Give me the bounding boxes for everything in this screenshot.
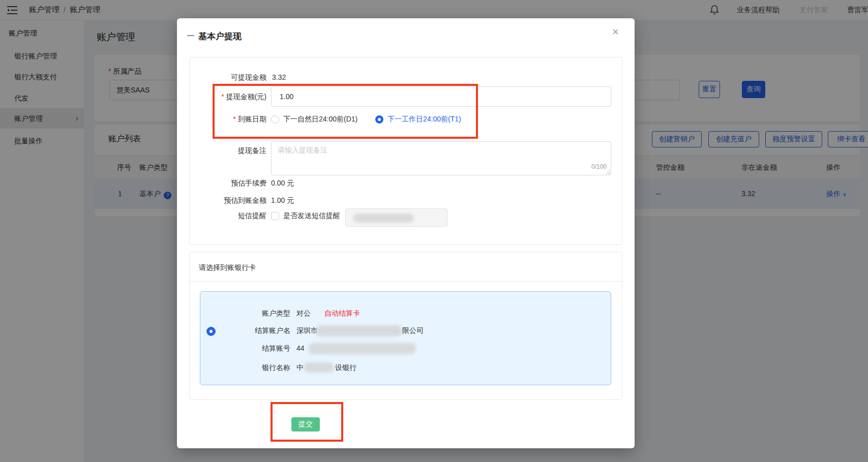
settlement-name-suffix: 限公司 [402, 326, 424, 335]
radio-d1-label[interactable]: 下一自然日24:00前(D1) [283, 115, 357, 124]
modal-title: 基本户提现 [198, 30, 242, 42]
estimated-arrival-label: 预估到账金额 [177, 196, 266, 205]
settlement-name-prefix: 深圳市 [296, 326, 318, 335]
redacted-name-blob [316, 325, 402, 336]
close-icon[interactable]: × [612, 26, 619, 38]
remark-label: 提现备注 [177, 146, 266, 156]
arrival-date-label: *到账日期 [177, 115, 266, 124]
fee-value: 0.00 元 [271, 179, 294, 188]
bank-card-option[interactable]: 账户类型 对公 自动结算卡 结算账户名 深圳市 限公司 结算账号 44 银行名称… [200, 291, 611, 385]
sms-checkbox-label[interactable]: 是否发送短信提醒 [283, 211, 340, 221]
redacted-bank-blob [304, 362, 334, 373]
available-amount-value: 3.32 [272, 73, 286, 81]
fee-label: 预估手续费 [177, 179, 266, 188]
required-mark: * [221, 93, 224, 101]
remark-counter: 0/100 [576, 163, 607, 170]
settlement-number-prefix: 44 [296, 344, 305, 352]
account-type-label: 账户类型 [200, 309, 290, 318]
bank-name-suffix: 设银行 [335, 363, 356, 373]
settlement-number-label: 结算账号 [200, 344, 290, 353]
remark-textarea[interactable] [271, 141, 611, 175]
withdraw-modal: 基本户提现 × 可提现金额 3.32 *提现金额(元) 1.00 *到账日期 下… [177, 18, 635, 448]
modal-title-dash [187, 35, 194, 36]
settlement-name-label: 结算账户名 [200, 326, 290, 335]
sms-checkbox[interactable] [271, 212, 279, 220]
section-divider [190, 281, 623, 282]
redacted-number-blob [308, 343, 416, 354]
withdraw-amount-input[interactable]: 1.00 [271, 86, 611, 107]
sms-label: 短信提醒 [177, 211, 266, 221]
screen: 账户管理/账户管理 业务流程帮助 支付管家 曹雷军 账户管理 银行账户管理 银行… [0, 0, 868, 462]
redacted-phone-blob [353, 213, 414, 223]
required-mark: * [233, 115, 236, 123]
radio-d1[interactable] [271, 115, 279, 124]
bank-section-title: 请选择到账银行卡 [199, 263, 256, 272]
account-type-value: 对公 [296, 309, 311, 318]
bank-name-label: 银行名称 [200, 363, 290, 373]
available-amount-label: 可提现金额 [177, 73, 266, 82]
bank-name-prefix: 中 [296, 363, 304, 373]
sms-phone-input-disabled [345, 208, 447, 227]
radio-t1[interactable] [375, 115, 383, 124]
estimated-arrival-value: 1.00 元 [271, 196, 294, 205]
radio-t1-label[interactable]: 下一工作日24:00前(T1) [387, 115, 461, 124]
withdraw-amount-label: *提现金额(元) [177, 93, 266, 102]
submit-button[interactable]: 提交 [291, 417, 320, 432]
auto-settlement-tag: 自动结算卡 [324, 309, 360, 318]
